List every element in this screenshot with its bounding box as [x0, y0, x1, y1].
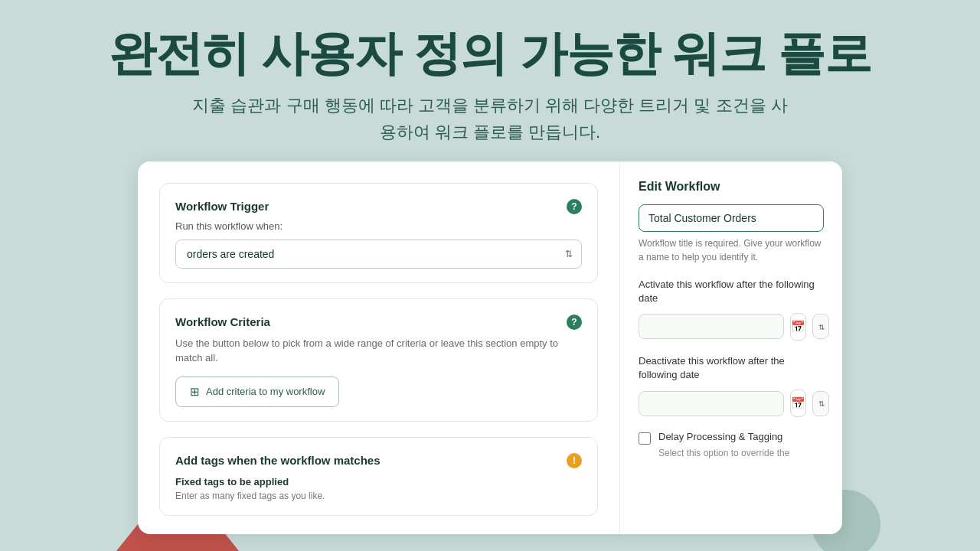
tags-section-title: Add tags when the workflow matches	[175, 454, 381, 467]
activate-calendar-icon[interactable]: 📅	[790, 313, 806, 341]
add-criteria-button[interactable]: ⊞ Add criteria to my workflow	[175, 377, 339, 407]
add-criteria-label: Add criteria to my workflow	[206, 386, 325, 397]
delay-checkbox-label: Delay Processing & Tagging	[658, 431, 782, 442]
trigger-help-icon[interactable]: ?	[567, 199, 582, 214]
trigger-label: Run this workflow when:	[175, 220, 582, 232]
criteria-icon: ⊞	[190, 385, 200, 399]
trigger-select[interactable]: orders are created	[175, 240, 582, 269]
left-panel: Workflow Trigger ? Run this workflow whe…	[138, 161, 620, 534]
deactivate-date-input[interactable]	[639, 391, 784, 416]
criteria-section-title: Workflow Criteria	[175, 315, 270, 328]
deactivate-date-label: Deactivate this workflow after the follo…	[639, 354, 824, 382]
deactivate-calendar-icon[interactable]: 📅	[790, 390, 806, 417]
activate-date-label: Activate this workflow after the followi…	[639, 278, 824, 305]
fixed-tags-label: Fixed tags to be applied	[175, 476, 582, 487]
activate-time-input[interactable]	[812, 314, 829, 339]
tags-section: Add tags when the workflow matches ! Fix…	[159, 437, 598, 516]
deactivate-time-input[interactable]	[812, 391, 829, 416]
tags-warning-icon[interactable]: !	[567, 453, 582, 468]
delay-checkbox[interactable]	[639, 432, 651, 445]
workflow-trigger-section: Workflow Trigger ? Run this workflow whe…	[159, 183, 598, 283]
page-title: 완전히 사용자 정의 가능한 워크 플로	[31, 28, 949, 80]
delay-hint: Select this option to override the	[639, 448, 824, 458]
page-subtitle: 지출 습관과 구매 행동에 따라 고객을 분류하기 위해 다양한 트리거 및 조…	[191, 92, 789, 145]
delay-checkbox-row: Delay Processing & Tagging	[639, 431, 824, 445]
criteria-help-icon[interactable]: ?	[567, 315, 582, 330]
main-card: Workflow Trigger ? Run this workflow whe…	[138, 161, 842, 534]
workflow-name-hint: Workflow title is required. Give your wo…	[639, 236, 824, 264]
right-panel: Edit Workflow Workflow title is required…	[620, 161, 842, 534]
edit-workflow-title: Edit Workflow	[639, 180, 824, 194]
deactivate-date-row: 📅 ⇅	[639, 390, 824, 417]
fixed-tags-hint: Enter as many fixed tags as you like.	[175, 491, 582, 501]
activate-date-input[interactable]	[639, 314, 784, 339]
workflow-name-input[interactable]	[639, 204, 824, 232]
criteria-description: Use the button below to pick from a wide…	[175, 336, 582, 366]
activate-date-row: 📅 ⇅	[639, 313, 824, 341]
workflow-criteria-section: Workflow Criteria ? Use the button below…	[159, 298, 598, 422]
trigger-section-title: Workflow Trigger	[175, 200, 269, 213]
